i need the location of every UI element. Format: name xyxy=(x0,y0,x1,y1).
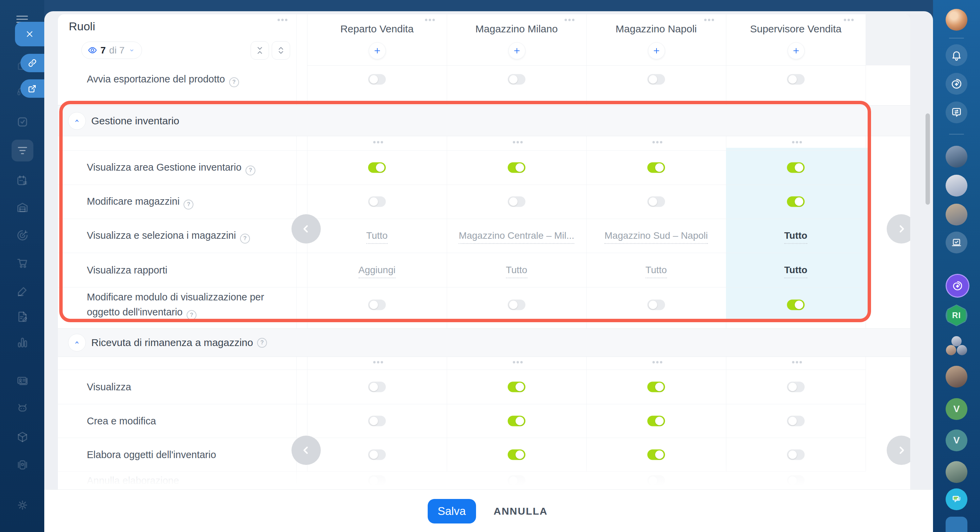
permission-toggle[interactable] xyxy=(508,449,525,460)
document-edit-icon[interactable] xyxy=(16,311,29,323)
column-more-menu-icon[interactable] xyxy=(425,19,435,21)
chat-bubbles-icon[interactable] xyxy=(946,488,967,510)
current-user-avatar[interactable] xyxy=(946,9,967,31)
permission-toggle[interactable] xyxy=(368,196,386,207)
help-icon[interactable]: ? xyxy=(240,234,250,244)
ai-copilot-badge[interactable] xyxy=(946,274,969,298)
permission-toggle[interactable] xyxy=(648,196,665,207)
permission-toggle[interactable] xyxy=(508,196,525,207)
copy-link-button[interactable] xyxy=(21,54,44,72)
permission-toggle[interactable] xyxy=(508,299,525,310)
column-more-menu-icon[interactable] xyxy=(565,19,574,21)
permission-toggle[interactable] xyxy=(368,382,386,392)
open-external-button[interactable] xyxy=(21,80,44,98)
user-avatar[interactable] xyxy=(946,146,967,167)
permission-toggle[interactable] xyxy=(787,299,805,310)
roles-filter-chip[interactable]: 7 di 7 xyxy=(81,41,142,59)
permission-value[interactable]: Tutto xyxy=(366,230,388,241)
scroll-left-button[interactable] xyxy=(291,436,321,465)
filter-funnel-icon[interactable] xyxy=(16,144,29,157)
permission-value[interactable]: Tutto xyxy=(506,264,527,276)
user-avatar[interactable] xyxy=(946,461,967,483)
permission-toggle[interactable] xyxy=(787,74,805,85)
permission-toggle[interactable] xyxy=(508,416,525,426)
permission-value[interactable]: Magazzino Sud – Napoli xyxy=(605,230,708,241)
permission-toggle[interactable] xyxy=(368,299,386,310)
column-more-menu-icon[interactable] xyxy=(704,19,714,21)
user-initial-v[interactable]: V xyxy=(946,430,967,451)
permission-value[interactable]: Aggiungi xyxy=(359,264,396,276)
scroll-left-button[interactable] xyxy=(291,214,321,244)
collapse-section-button[interactable] xyxy=(68,334,86,352)
vertical-scrollbar[interactable] xyxy=(926,113,930,205)
permission-toggle[interactable] xyxy=(508,162,525,173)
close-panel-button[interactable] xyxy=(15,22,44,46)
permission-value[interactable]: Tutto xyxy=(784,264,807,276)
add-permission-button[interactable] xyxy=(788,42,805,59)
robot-bot-icon[interactable] xyxy=(16,402,29,414)
permission-toggle[interactable] xyxy=(787,162,805,173)
add-permission-button[interactable] xyxy=(508,42,525,59)
id-badge-icon[interactable] xyxy=(16,374,29,387)
notifications-bell-icon[interactable] xyxy=(946,44,967,66)
permission-value[interactable]: Tutto xyxy=(646,264,667,276)
help-icon[interactable]: ? xyxy=(186,310,196,320)
sidebar-item-partial[interactable] xyxy=(946,517,967,532)
cell-drag-handle-icon[interactable] xyxy=(373,141,383,143)
user-avatar[interactable] xyxy=(946,366,967,388)
cell-drag-handle-icon[interactable] xyxy=(652,141,662,143)
bar-chart-icon[interactable] xyxy=(16,336,29,349)
warehouse-icon[interactable] xyxy=(16,201,29,213)
permission-toggle[interactable] xyxy=(368,449,386,460)
settings-gear-icon[interactable] xyxy=(16,499,29,511)
group-avatar[interactable] xyxy=(946,336,967,358)
cart-icon[interactable] xyxy=(16,257,29,269)
permission-toggle[interactable] xyxy=(648,162,665,173)
cell-drag-handle-icon[interactable] xyxy=(652,361,662,363)
permission-toggle[interactable] xyxy=(787,449,805,460)
device-camera-icon[interactable] xyxy=(16,459,29,471)
user-avatar[interactable] xyxy=(946,175,967,196)
permission-toggle[interactable] xyxy=(368,162,386,173)
device-check-icon[interactable] xyxy=(946,232,967,253)
scroll-right-button[interactable] xyxy=(887,214,910,244)
user-avatar[interactable] xyxy=(946,204,967,225)
permission-toggle[interactable] xyxy=(787,196,805,207)
collapse-section-button[interactable] xyxy=(68,112,86,130)
target-goal-icon[interactable] xyxy=(16,229,29,242)
permission-value[interactable]: Tutto xyxy=(784,230,807,241)
permission-toggle[interactable] xyxy=(648,382,665,392)
permission-toggle[interactable] xyxy=(368,74,386,85)
collapse-all-button[interactable] xyxy=(251,41,269,60)
user-initial-v[interactable]: V xyxy=(946,398,967,420)
permission-value[interactable]: Magazzino Centrale – Mil... xyxy=(459,230,574,241)
cell-drag-handle-icon[interactable] xyxy=(792,141,802,143)
cell-drag-handle-icon[interactable] xyxy=(513,141,523,143)
help-icon[interactable]: ? xyxy=(257,338,267,348)
cell-drag-handle-icon[interactable] xyxy=(513,361,523,363)
add-permission-button[interactable] xyxy=(369,42,386,59)
permission-toggle[interactable] xyxy=(508,74,525,85)
add-permission-button[interactable] xyxy=(648,42,665,59)
cell-drag-handle-icon[interactable] xyxy=(792,361,802,363)
tasks-checkbox-icon[interactable] xyxy=(16,116,29,128)
package-box-icon[interactable] xyxy=(16,431,29,443)
pencil-sign-icon[interactable] xyxy=(16,285,29,297)
cell-drag-handle-icon[interactable] xyxy=(373,361,383,363)
permission-toggle[interactable] xyxy=(508,382,525,392)
panel-more-menu-icon[interactable] xyxy=(277,19,287,21)
permission-toggle[interactable] xyxy=(648,449,665,460)
help-icon[interactable]: ? xyxy=(183,199,193,209)
permission-toggle[interactable] xyxy=(787,416,805,426)
permission-toggle[interactable] xyxy=(648,299,665,310)
column-more-menu-icon[interactable] xyxy=(844,19,854,21)
cancel-button[interactable]: ANNULLA xyxy=(492,505,550,518)
permission-toggle[interactable] xyxy=(648,74,665,85)
help-icon[interactable]: ? xyxy=(229,77,239,87)
permission-toggle[interactable] xyxy=(648,416,665,426)
copilot-spiral-icon[interactable] xyxy=(946,73,967,95)
expand-all-button[interactable] xyxy=(272,41,290,60)
permission-toggle[interactable] xyxy=(368,416,386,426)
chat-sync-icon[interactable] xyxy=(946,102,967,123)
help-icon[interactable]: ? xyxy=(245,166,255,175)
